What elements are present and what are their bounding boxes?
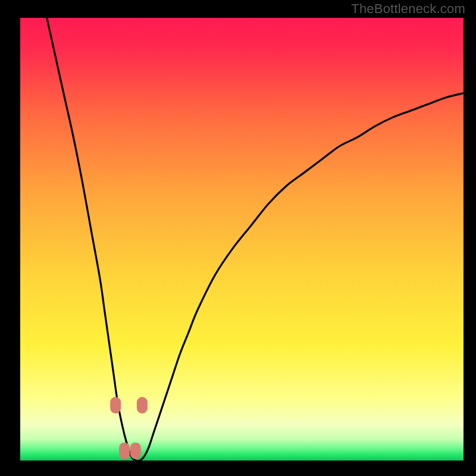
watermark-label: TheBottleneck.com xyxy=(351,1,465,17)
marker-dot xyxy=(119,443,130,459)
marker-dot xyxy=(130,443,141,459)
marker-dot xyxy=(137,397,148,414)
chart-svg xyxy=(0,0,476,476)
chart-frame: TheBottleneck.com xyxy=(0,0,476,476)
gradient-background xyxy=(20,18,464,461)
marker-dot xyxy=(110,397,121,414)
